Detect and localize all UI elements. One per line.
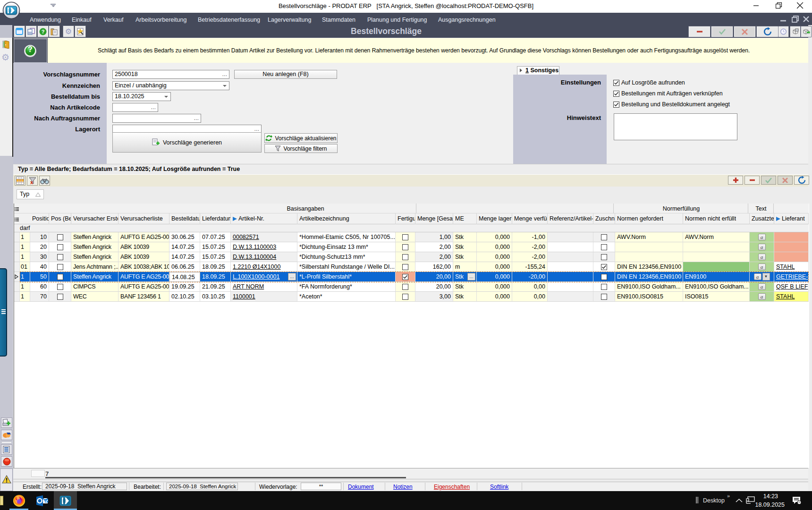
- svg-text:x: x: [30, 179, 34, 185]
- svg-text:?: ?: [42, 29, 45, 34]
